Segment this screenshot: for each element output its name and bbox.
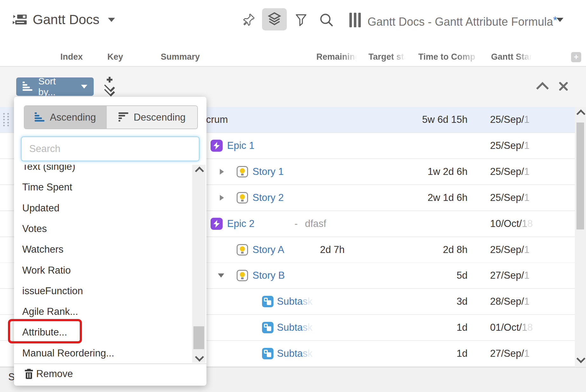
scrollbar-thumb[interactable] — [576, 123, 584, 229]
epic-icon — [211, 140, 223, 152]
menu-item-votes[interactable]: Votes — [14, 218, 192, 239]
layers-button[interactable] — [262, 8, 287, 30]
gantt-start-value: 25/Sep/1 — [490, 166, 529, 177]
column-header-gantt-star[interactable]: Gantt Star — [491, 51, 533, 62]
menu-scrollbar-thumb[interactable] — [193, 326, 204, 349]
issue-summary-link[interactable]: Story A — [253, 244, 284, 256]
column-header-time-to-comp[interactable]: Time to Comp — [418, 51, 482, 62]
expand-caret-icon[interactable] — [220, 195, 224, 201]
scroll-down-icon[interactable] — [576, 354, 585, 363]
top-header: Gantt Docs Gantt Docs - Gantt Attribute … — [0, 0, 586, 38]
story-icon — [237, 192, 248, 203]
subtask-icon — [262, 322, 273, 333]
remaining-value: 2d 7h — [286, 244, 345, 256]
menu-scroll-up-icon[interactable] — [195, 167, 204, 176]
gantt-start-value: 01/Oct/18 — [490, 322, 533, 333]
issue-summary-link[interactable]: Epic 2 — [227, 218, 254, 229]
issue-summary-link[interactable]: Subtask — [277, 296, 313, 307]
menu-scrollbar[interactable] — [192, 165, 205, 363]
time-to-complete-value: 3d — [394, 296, 468, 307]
scroll-up-icon[interactable] — [576, 110, 585, 118]
structure-logo-icon — [13, 13, 28, 27]
issue-summary-link[interactable]: Epic 1 — [227, 140, 254, 151]
gantt-start-value: 25/Sep/1 — [490, 244, 529, 256]
descending-button[interactable]: Descending — [106, 106, 197, 129]
app-title-chevron-icon[interactable] — [108, 18, 115, 22]
column-header-key[interactable]: Key — [107, 51, 136, 62]
summary-separator: - — [294, 218, 298, 229]
collapse-caret-icon[interactable] — [218, 274, 224, 278]
menu-item-remove[interactable]: Remove — [14, 364, 206, 384]
sort-direction-control: Ascending Descending — [24, 105, 198, 129]
story-icon — [237, 244, 248, 256]
close-toolbar-icon[interactable] — [558, 81, 569, 92]
time-to-complete-value: 5d — [394, 270, 468, 281]
time-to-complete-value: 1d — [394, 348, 468, 359]
sort-search-field — [21, 136, 199, 161]
layers-icon — [267, 11, 282, 27]
time-to-complete-value: 1d — [394, 322, 468, 333]
descending-icon — [118, 112, 129, 123]
story-icon — [237, 270, 248, 281]
trash-icon — [25, 369, 33, 379]
time-to-complete-value: 5w 6d 15h — [394, 114, 468, 125]
menu-item-text-single[interactable]: Text (single) — [14, 165, 192, 177]
issue-summary-link[interactable]: Story 1 — [253, 166, 284, 177]
gantt-start-value: 28/Sep/1 — [490, 296, 529, 307]
drag-handle-icon[interactable] — [2, 112, 10, 127]
pin-icon[interactable] — [243, 13, 256, 29]
ascending-button[interactable]: Ascending — [24, 106, 106, 129]
menu-item-updated[interactable]: Updated — [14, 198, 192, 219]
ascending-icon — [35, 112, 45, 123]
column-header-target-sta[interactable]: Target sta — [368, 51, 407, 62]
table-scrollbar[interactable] — [575, 107, 586, 367]
time-to-complete-value: 2d 8h — [394, 244, 468, 256]
time-to-complete-value: 2w 1d 6h — [394, 192, 468, 203]
sort-by-button[interactable]: Sort by... — [16, 77, 94, 96]
add-sorter-icon[interactable] — [102, 77, 118, 95]
expand-caret-icon[interactable] — [220, 169, 224, 175]
time-to-complete-value: 1w 2d 6h — [394, 166, 468, 177]
issue-summary-link[interactable]: Story 2 — [253, 192, 284, 203]
column-header-summary[interactable]: Summary — [161, 51, 205, 62]
search-input[interactable] — [22, 137, 199, 161]
menu-item-issuefunction[interactable]: issueFunction — [14, 281, 192, 302]
menu-scroll-down-icon[interactable] — [195, 353, 204, 362]
app-title[interactable]: Gantt Docs — [33, 12, 99, 27]
sort-ascending-icon — [23, 82, 33, 92]
view-title-chevron-icon[interactable] — [556, 18, 563, 22]
column-header-index[interactable]: Index — [60, 51, 95, 62]
gantt-start-value: 25/Sep/1 — [490, 192, 529, 203]
issue-summary-link[interactable]: Story B — [253, 270, 285, 281]
column-header-remaining[interactable]: Remaining — [316, 51, 358, 62]
filter-icon[interactable] — [295, 13, 307, 29]
issue-summary-link[interactable]: Subtask — [277, 348, 313, 359]
sort-by-chevron-icon — [81, 85, 87, 89]
gantt-start-value: 27/Sep/1 — [490, 270, 529, 281]
annotation-highlight-box — [8, 319, 82, 343]
columns-layout-icon[interactable] — [349, 13, 364, 27]
menu-item-manual-reordering[interactable]: Manual Reordering... — [14, 343, 192, 363]
app-window: Gantt Docs Gantt Docs - Gantt Attribute … — [0, 0, 586, 392]
view-title[interactable]: Gantt Docs - Gantt Attribute Formula* — [367, 14, 557, 29]
epic-icon — [211, 218, 223, 230]
gantt-start-value: 25/Sep/1 — [490, 140, 529, 151]
menu-item-time-spent[interactable]: Time Spent — [14, 177, 192, 198]
subtask-icon — [262, 348, 273, 359]
collapse-toolbar-icon[interactable] — [536, 81, 548, 91]
story-icon — [237, 166, 248, 177]
search-icon[interactable] — [319, 13, 334, 29]
gantt-start-value: 10/Oct/18 — [490, 218, 533, 229]
gantt-start-value: 25/Sep/1 — [490, 114, 529, 125]
gantt-start-value: 27/Sep/1 — [490, 348, 529, 359]
subtask-icon — [262, 296, 273, 307]
issue-description: dfasf — [305, 218, 326, 229]
issue-summary-link[interactable]: Subtask — [277, 322, 313, 333]
menu-item-work-ratio[interactable]: Work Ratio — [14, 260, 192, 281]
menu-item-watchers[interactable]: Watchers — [14, 239, 192, 260]
